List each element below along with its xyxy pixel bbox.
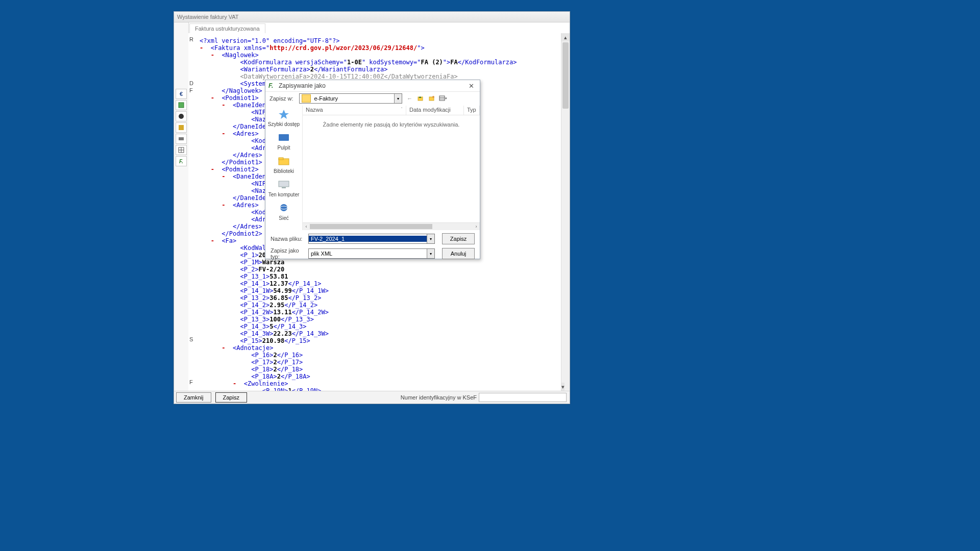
place-computer[interactable]: Ten komputer	[268, 179, 300, 197]
side-s: S	[189, 336, 193, 342]
svg-rect-11	[439, 96, 445, 101]
places-bar: Szybki dostęp Pulpit Biblioteki Ten komp…	[265, 106, 303, 230]
save-as-dialog: F. Zapisywanie jako ✕ Zapisz w: e-Faktur…	[265, 80, 480, 259]
chevron-down-icon[interactable]: ▾	[427, 234, 434, 243]
scroll-thumb[interactable]	[562, 42, 569, 109]
filetype-value: plik XML	[309, 251, 427, 257]
close-icon[interactable]: ✕	[465, 82, 477, 90]
scroll-up-icon[interactable]: ▴	[561, 33, 570, 41]
chevron-down-icon[interactable]: ▾	[427, 249, 434, 258]
filename-label: Nazwa pliku:	[271, 236, 308, 242]
tab-structured-invoice[interactable]: Faktura ustrukturyzowana	[189, 23, 265, 33]
dialog-titlebar: F. Zapisywanie jako ✕	[265, 80, 480, 92]
dialog-title: Zapisywanie jako	[279, 82, 326, 89]
chevron-down-icon[interactable]: ▾	[394, 94, 402, 103]
filename-value: FV-2_2024_1	[309, 236, 427, 242]
doc-icon[interactable]	[176, 100, 187, 110]
folder-name: e-Faktury	[313, 95, 394, 102]
side-f2: F	[189, 379, 193, 385]
folder-icon	[302, 94, 311, 103]
svg-point-20	[280, 204, 287, 211]
svg-rect-0	[179, 103, 184, 108]
window-title: Wystawienie faktury VAT	[174, 12, 570, 22]
filename-input[interactable]: FV-2_2024_1 ▾	[308, 234, 435, 244]
file-list[interactable]: Nazwa ˄ Data modyfikacji Typ Żadne eleme…	[303, 106, 480, 230]
up-icon[interactable]	[416, 94, 425, 103]
place-quick-access[interactable]: Szybki dostęp	[268, 109, 300, 127]
svg-rect-17	[279, 158, 283, 160]
vertical-scrollbar[interactable]: ▴ ▾	[561, 33, 570, 391]
dialog-bottom: Nazwa pliku: FV-2_2024_1 ▾ Zapisz Zapisz…	[265, 230, 480, 259]
svg-marker-14	[279, 110, 289, 119]
svg-rect-19	[282, 187, 286, 188]
fx-icon[interactable]: F.	[176, 156, 187, 166]
svg-rect-3	[179, 137, 184, 140]
left-toolbar: € F.	[174, 22, 189, 391]
ksef-id-field[interactable]	[479, 393, 567, 402]
svg-rect-2	[179, 125, 184, 130]
svg-point-10	[432, 96, 434, 98]
hscroll-thumb[interactable]	[310, 224, 432, 229]
grid-icon[interactable]	[176, 145, 187, 155]
filetype-combo[interactable]: plik XML ▾	[308, 248, 435, 259]
bottom-bar: Zamknij Zapisz Numer identyfikacyjny w K…	[174, 391, 570, 404]
col-date[interactable]: Data modyfikacji	[406, 106, 464, 115]
save-in-label: Zapisz w:	[270, 95, 293, 102]
side-f: F	[189, 87, 193, 93]
print-icon[interactable]	[176, 134, 187, 144]
dialog-icon: F.	[268, 82, 276, 89]
import-icon[interactable]	[176, 122, 187, 133]
empty-message: Żadne elementy nie pasują do kryteriów w…	[303, 121, 480, 128]
side-d: D	[189, 80, 193, 86]
col-name[interactable]: Nazwa ˄	[303, 106, 406, 115]
place-desktop[interactable]: Pulpit	[277, 132, 291, 151]
view-icon[interactable]: ▾	[439, 94, 447, 103]
file-list-header[interactable]: Nazwa ˄ Data modyfikacji Typ	[303, 106, 480, 115]
svg-text:F.: F.	[268, 82, 273, 89]
close-button[interactable]: Zamknij	[176, 392, 211, 403]
new-folder-icon[interactable]	[428, 94, 436, 103]
scroll-right-icon[interactable]: ›	[473, 224, 480, 229]
dialog-save-button[interactable]: Zapisz	[442, 233, 475, 244]
svg-rect-15	[279, 134, 289, 141]
filetype-label: Zapisz jako typ:	[271, 247, 308, 260]
svg-point-1	[179, 114, 184, 119]
save-button[interactable]: Zapisz	[215, 392, 247, 403]
back-icon[interactable]: ←	[405, 94, 413, 103]
dialog-cancel-button[interactable]: Anuluj	[442, 248, 475, 259]
scroll-left-icon[interactable]: ‹	[303, 224, 310, 229]
horizontal-scrollbar[interactable]: ‹ ›	[303, 222, 480, 230]
status-label: Numer identyfikacyjny w KSeF	[401, 394, 477, 400]
side-r: R	[189, 36, 193, 42]
svg-rect-18	[279, 181, 289, 187]
col-type[interactable]: Typ	[464, 106, 480, 115]
dialog-toolbar: Zapisz w: e-Faktury ▾ ← ▾	[265, 92, 480, 105]
scroll-down-icon[interactable]: ▾	[561, 383, 565, 391]
export-icon[interactable]	[176, 111, 187, 121]
dialog-body: Szybki dostęp Pulpit Biblioteki Ten komp…	[265, 106, 480, 230]
currency-icon[interactable]: €	[176, 89, 187, 99]
place-network[interactable]: Sieć	[277, 203, 291, 221]
place-libraries[interactable]: Biblioteki	[274, 156, 294, 174]
folder-combo[interactable]: e-Faktury ▾	[299, 93, 402, 104]
